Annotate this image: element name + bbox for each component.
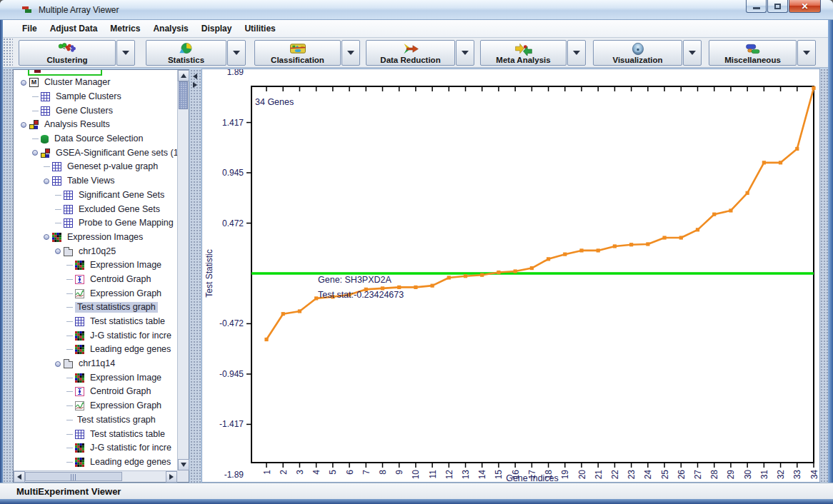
- tree-item-test-statistics-graph[interactable]: Test statistics graph: [14, 413, 177, 428]
- test-statistic-chart[interactable]: 1234567891011121314151617181920212223242…: [202, 69, 819, 482]
- close-button[interactable]: ✕: [789, 0, 821, 13]
- data-point-marker[interactable]: [298, 309, 301, 313]
- classification-button[interactable]: Classification: [254, 40, 341, 66]
- data-point-marker[interactable]: [712, 213, 716, 216]
- statistics-dropdown-button[interactable]: [227, 40, 246, 66]
- data-point-marker[interactable]: [729, 208, 732, 212]
- tree-item-leading-edge-genes[interactable]: Leading edge genes: [14, 343, 177, 357]
- data-point-marker[interactable]: [613, 244, 617, 248]
- tree-expand-handle[interactable]: [52, 361, 64, 367]
- tree-item-cluster-manager[interactable]: MCluster Manager: [14, 76, 177, 90]
- tree-expand-handle[interactable]: [18, 80, 29, 86]
- horizontal-scroll-thumb[interactable]: [25, 472, 122, 481]
- data-point-marker[interactable]: [447, 276, 451, 279]
- data-point-marker[interactable]: [779, 161, 782, 164]
- data-point-marker[interactable]: [514, 269, 517, 273]
- tree-item-j-g-statistic-for-incre[interactable]: J-G statistic for incre: [14, 441, 177, 455]
- visualization-button[interactable]: Visualization: [593, 40, 682, 66]
- tree-item-sample-clusters[interactable]: Sample Clusters: [14, 90, 177, 104]
- menu-item-utilities[interactable]: Utilities: [238, 21, 281, 36]
- data-point-marker[interactable]: [281, 312, 285, 316]
- tree-item-test-statistics-table[interactable]: Test statistics table: [14, 315, 177, 329]
- visualization-dropdown-button[interactable]: [683, 40, 702, 66]
- clustering-button[interactable]: Clustering: [19, 40, 116, 66]
- tree-item-data-source-selection[interactable]: Data Source Selection: [14, 132, 177, 146]
- collapse-left-icon[interactable]: [193, 74, 197, 79]
- data-point-marker[interactable]: [597, 248, 600, 252]
- scroll-down-button[interactable]: [178, 459, 189, 470]
- meta-analysis-dropdown-button[interactable]: [567, 40, 586, 66]
- data-reduction-button[interactable]: Data Reduction: [366, 40, 455, 66]
- clustering-dropdown-button[interactable]: [116, 40, 135, 66]
- toolbar-drag-handle[interactable]: [3, 38, 13, 67]
- tree-item-gsea-significant-gene-sets-1[interactable]: GSEA-Significant Gene sets (1): [14, 146, 177, 160]
- data-point-marker[interactable]: [431, 284, 434, 288]
- tree-item-centroid-graph[interactable]: Centroid Graph: [14, 273, 177, 287]
- menu-item-metrics[interactable]: Metrics: [104, 21, 146, 36]
- test-statistics-chart-panel[interactable]: 1234567891011121314151617181920212223242…: [201, 69, 820, 483]
- scroll-right-button[interactable]: [166, 471, 177, 483]
- data-point-marker[interactable]: [762, 161, 766, 164]
- tree-horizontal-scrollbar[interactable]: [14, 470, 177, 482]
- data-point-marker[interactable]: [480, 273, 484, 277]
- tree-item-expression-image[interactable]: Expression Image: [14, 258, 177, 273]
- data-point-marker[interactable]: [563, 253, 567, 256]
- tree-expand-handle[interactable]: [41, 178, 52, 184]
- tree-item-expression-image[interactable]: Expression Image: [14, 371, 177, 385]
- tree-expand-handle[interactable]: [52, 248, 64, 254]
- menu-item-display[interactable]: Display: [195, 21, 239, 36]
- tree-item-expression-graph[interactable]: Expression Graph: [14, 399, 177, 413]
- data-point-marker[interactable]: [264, 338, 268, 341]
- data-point-marker[interactable]: [629, 243, 633, 246]
- tree-item-geneset-p-value-graph[interactable]: Geneset p-value graph: [14, 160, 177, 174]
- tree-item-test-statistics-graph[interactable]: Test statistics graph: [14, 301, 177, 315]
- tree-expand-handle[interactable]: [18, 122, 29, 128]
- tree-item-table-views[interactable]: Table Views: [14, 174, 177, 188]
- tree-item-test-statistics-table[interactable]: Test statistics table: [14, 427, 177, 441]
- tree-item-significant-gene-sets[interactable]: Significant Gene Sets: [14, 188, 177, 203]
- tree-expand-handle[interactable]: [41, 234, 52, 240]
- data-point-marker[interactable]: [464, 274, 467, 278]
- tree-item-expression-images[interactable]: Expression Images: [14, 231, 177, 245]
- tree-item-chr11q14[interactable]: chr11q14: [14, 357, 177, 371]
- menu-item-file[interactable]: File: [16, 21, 44, 36]
- tree-item-probe-to-gene-mapping[interactable]: Probe to Gene Mapping: [14, 216, 177, 231]
- statistics-button[interactable]: Statistics: [146, 40, 226, 66]
- data-point-marker[interactable]: [547, 257, 550, 261]
- tree-vertical-scrollbar[interactable]: [177, 70, 189, 470]
- data-point-marker[interactable]: [746, 191, 749, 195]
- tree-item-excluded-gene-sets[interactable]: Excluded Gene Sets: [14, 202, 177, 216]
- data-point-marker[interactable]: [414, 286, 417, 289]
- data-point-marker[interactable]: [696, 228, 699, 231]
- data-point-marker[interactable]: [530, 266, 534, 270]
- data-point-marker[interactable]: [795, 147, 799, 151]
- miscellaneous-dropdown-button[interactable]: [797, 40, 816, 66]
- scroll-left-button[interactable]: [14, 471, 25, 483]
- miscellaneous-button[interactable]: Miscellaneous: [709, 40, 797, 66]
- data-point-marker[interactable]: [497, 271, 500, 274]
- data-point-marker[interactable]: [397, 286, 401, 289]
- data-point-marker[interactable]: [679, 236, 683, 239]
- data-point-marker[interactable]: [662, 236, 666, 239]
- tree-item-chr10q25[interactable]: chr10q25: [14, 244, 177, 258]
- tree-item-j-g-statistic-for-incre[interactable]: J-G statistic for incre: [14, 328, 177, 343]
- tree-item-centroid-graph[interactable]: Centroid Graph: [14, 385, 177, 399]
- scroll-up-button[interactable]: [178, 70, 189, 81]
- menu-item-analysis[interactable]: Analysis: [146, 21, 194, 36]
- data-point-marker[interactable]: [579, 248, 583, 252]
- vertical-scroll-thumb[interactable]: [179, 81, 188, 109]
- classification-dropdown-button[interactable]: [341, 40, 360, 66]
- data-point-marker[interactable]: [812, 86, 815, 90]
- tree-expand-handle[interactable]: [29, 150, 41, 156]
- data-reduction-dropdown-button[interactable]: [456, 40, 474, 66]
- tree-item-gene-clusters[interactable]: Gene Clusters: [14, 104, 177, 118]
- tree-item-analysis-results[interactable]: Analysis Results: [14, 118, 177, 132]
- tree-item-expression-graph[interactable]: Expression Graph: [14, 286, 177, 301]
- meta-analysis-button[interactable]: Meta Analysis: [480, 40, 567, 66]
- minimize-button[interactable]: [746, 0, 767, 13]
- tree-item-leading-edge-genes[interactable]: Leading edge genes: [14, 455, 177, 470]
- title-bar[interactable]: Multiple Array Viewer ✕: [0, 0, 833, 20]
- split-pane-divider[interactable]: [190, 69, 201, 483]
- data-point-marker[interactable]: [646, 242, 649, 246]
- maximize-button[interactable]: [767, 0, 788, 13]
